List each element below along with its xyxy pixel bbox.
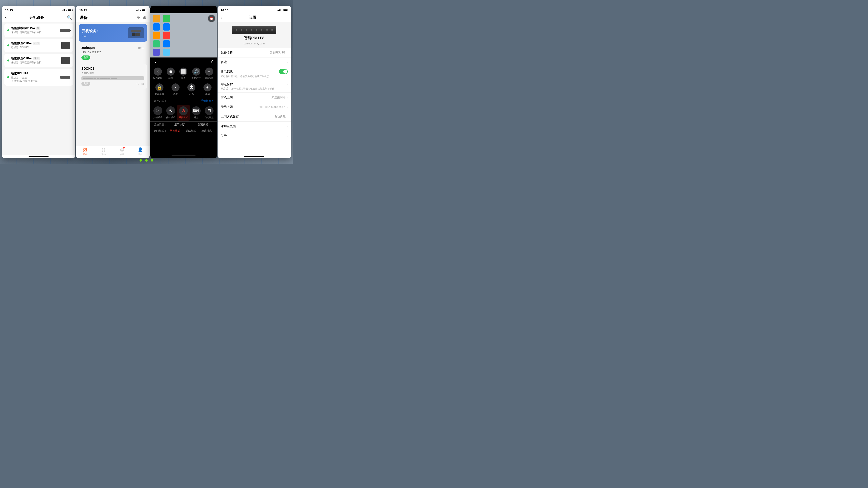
device-item[interactable]: 智能插线板P1Pro 家 未绑定: 请绑定需开关的主机: [4, 24, 73, 37]
setting-wifi[interactable]: 无线上网 WiFi-XX(192.168.31.67) ›: [218, 102, 291, 112]
signal-icon: [136, 9, 139, 11]
quality-label: 远控质量：: [154, 123, 167, 126]
close-mouse-label: 关闭鼠标: [179, 116, 188, 119]
setting-about[interactable]: 关于 ›: [218, 131, 291, 141]
control-panel: ⌄ ⤢ ✕ 结束远控 ⏺ 录像 ⬜ 截屏 🔊 开启声: [150, 58, 217, 154]
black-screen-button[interactable]: ▪ 黑屏: [167, 82, 184, 97]
history-button[interactable]: ⊙: [137, 15, 140, 20]
pdu-dot-7: [267, 29, 268, 31]
phones-container: 10:15 ▾ ‹ 开机设备 🔍 智能插线板P1P: [0, 6, 293, 158]
desktop-icon: [162, 48, 171, 56]
card-action-2[interactable]: ▦: [141, 82, 144, 86]
close-mouse-button[interactable]: ⊗ 关闭鼠标: [177, 105, 190, 121]
setting-wired-network[interactable]: 有线上网 未连接网络 ›: [218, 93, 291, 102]
setting-add-to-desktop[interactable]: 添加至桌面 ›: [218, 122, 291, 131]
device-item[interactable]: 智能插座C1Pro 公司 已绑定: SDQH01: [4, 39, 73, 52]
clock-button[interactable]: ⏰: [208, 15, 215, 22]
balanced-mode-button[interactable]: 均衡模式: [168, 129, 182, 133]
tab-remote[interactable]: ⟩⟨ 远协: [94, 147, 113, 156]
close-mouse-icon: ⊗: [179, 106, 188, 115]
touch-mode-button[interactable]: ☞ 触摸模式: [152, 105, 164, 121]
screenshot-icon: ⬜: [179, 68, 187, 75]
setting-note[interactable]: 备注 ›: [218, 58, 291, 67]
card-blue-inner[interactable]: 开机设备 › 4 台: [79, 24, 147, 42]
control-row-1: ✕ 结束远控 ⏺ 录像 ⬜ 截屏 🔊 开启声音 ⌂ 返回桌面: [150, 65, 217, 82]
device-info: 智能插线板P1Pro 家 未绑定: 请绑定需开关的主机: [11, 26, 58, 34]
tab-profile-label: 我的: [138, 153, 143, 156]
turbo-mode-button[interactable]: 极速模式: [199, 129, 214, 133]
offline-device-card[interactable]: SDQH01 办公PC电脑: [79, 64, 147, 89]
shutdown-label: 关机: [189, 92, 194, 95]
setting-label: 关于: [221, 134, 287, 138]
wifi-icon: ▾: [281, 9, 282, 11]
tab-discover-badge: ◎: [120, 147, 124, 153]
card-list: 开机设备 › 4 台: [76, 22, 150, 146]
card-action-1[interactable]: ⬡: [136, 82, 140, 86]
back-button[interactable]: ‹: [5, 15, 7, 20]
gesture-guide-link[interactable]: 手势指南 >: [201, 99, 213, 103]
home-button[interactable]: ⌂ 返回桌面: [203, 66, 216, 81]
black-screen-label: 黑屏: [173, 92, 178, 95]
record-button[interactable]: ⏺ 录像: [164, 66, 177, 81]
restart-button[interactable]: ✦ 重启: [199, 82, 216, 97]
custom-keyboard-icon: ⊞: [205, 106, 214, 115]
back-button[interactable]: ‹: [221, 15, 222, 20]
add-button[interactable]: ⊕: [143, 15, 146, 20]
expand-icon[interactable]: ⤢: [210, 59, 214, 64]
chevron-right-icon: ›: [287, 125, 288, 128]
screen3-top-bar: [150, 6, 217, 13]
screen1-title: 开机设备: [30, 15, 44, 20]
game-mode-button[interactable]: 游戏模式: [184, 129, 198, 133]
device-name: 智能插座C1Pro: [11, 41, 32, 45]
tab-discover[interactable]: ◎ 发现: [113, 147, 131, 156]
quality-hide-bg-button[interactable]: 隐藏背景: [192, 123, 214, 126]
battery-icon: [142, 9, 146, 11]
setting-power-protection[interactable]: 用电保护 › 开启后，功率/电压大于设定值会自动触发预警操作: [218, 80, 291, 93]
bottom-indicators: [140, 159, 153, 162]
signal-icon: [62, 9, 65, 11]
lock-screen-button[interactable]: 🔒 锁定桌面: [152, 82, 168, 97]
device-status: 已绑定1个主机: [11, 76, 58, 79]
screen2-header: 设备 ⊙ ⊕: [76, 13, 150, 22]
screen2-status-bar: 10:15 ▾: [76, 6, 150, 13]
shutdown-button[interactable]: ⏻ 关机: [184, 82, 200, 97]
pointer-mode-button[interactable]: ↖ 指针模式: [164, 105, 177, 121]
setting-network-mode[interactable]: 上网方式设置 自动适配 ›: [218, 112, 291, 122]
remote-mode-label: 远控方式：: [154, 99, 167, 103]
chevron-right-icon: ›: [287, 83, 288, 86]
sound-button[interactable]: 🔊 开启声音: [190, 66, 203, 81]
setting-label: 备注: [221, 60, 287, 64]
screen2-title: 设备: [80, 15, 88, 20]
screen1-header: ‹ 开机设备 🔍: [2, 13, 75, 22]
boot-device-card[interactable]: 开机设备 › 4 台: [79, 24, 147, 42]
custom-keyboard-button[interactable]: ⊞ 自定键盘: [203, 105, 216, 121]
device-item[interactable]: 智能插座C1Pro 家里 未绑定: 请绑定需开关的主机: [4, 54, 73, 67]
mode-select-grid: ☞ 触摸模式 ↖ 指针模式 ⊗ 关闭鼠标 ⌨ 键盘 ⊞ 自定键盘: [150, 104, 217, 121]
power-memory-toggle[interactable]: [279, 69, 288, 74]
pdu-dot-6: [261, 29, 262, 31]
online-device-card[interactable]: xutiequn 10:13 175.169.235.227 在线: [79, 43, 147, 63]
chevron-down-icon[interactable]: ⌄: [154, 59, 157, 64]
sound-icon: 🔊: [192, 68, 200, 75]
setting-row: 用电保护 ›: [221, 83, 288, 86]
setting-label: 无线上网: [221, 105, 260, 109]
card-header: xutiequn 10:13: [82, 46, 144, 50]
device-dot: [7, 44, 9, 46]
chevron-right-icon: ›: [287, 61, 288, 64]
tab-devices[interactable]: 🖼 设备: [76, 147, 94, 156]
device-item[interactable]: 智能PDU P8 已绑定1个主机 可继续绑定需开关的主机: [4, 69, 73, 86]
home-bar: [29, 156, 49, 157]
app-icon-5: [153, 40, 160, 47]
desktop-area[interactable]: ⏰: [150, 13, 217, 58]
setting-description: 开启后，功率/电压大于设定值会自动触发预警操作: [221, 87, 288, 91]
quality-diagnose-button[interactable]: 显示诊断: [169, 123, 190, 126]
end-remote-button[interactable]: ✕ 结束远控: [152, 66, 164, 81]
pdu-dot-1: [236, 29, 237, 31]
keyboard-button[interactable]: ⌨ 键盘: [190, 105, 203, 121]
setting-device-name[interactable]: 设备名称 智能PDU P8 ›: [218, 48, 291, 58]
screen1-status-bar: 10:15 ▾: [2, 6, 75, 13]
setting-label: 添加至桌面: [221, 124, 287, 128]
tab-profile[interactable]: 👤 我的: [131, 147, 149, 156]
screenshot-button[interactable]: ⬜ 截屏: [177, 66, 190, 81]
search-button[interactable]: 🔍: [67, 15, 72, 20]
